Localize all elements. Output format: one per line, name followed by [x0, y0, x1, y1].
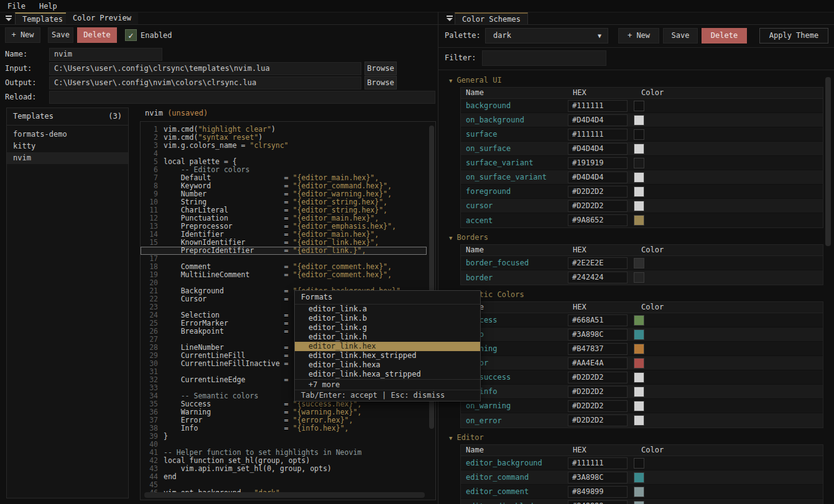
hex-value-input[interactable]: #D2D2D2 — [568, 400, 628, 412]
template-list-item[interactable]: nvim — [7, 152, 128, 164]
color-row[interactable]: surface#111111 — [461, 127, 823, 142]
color-row[interactable]: foreground#D2D2D2 — [461, 185, 823, 199]
template-list-item[interactable]: kitty — [7, 140, 128, 152]
color-row[interactable]: editor_comment#849899 — [461, 485, 823, 499]
input-path-input[interactable]: C:\Users\user\.config\clrsync\templates\… — [49, 62, 361, 75]
hex-value-input[interactable]: #191919 — [568, 157, 628, 169]
color-row[interactable]: on_surface#D4D4D4 — [461, 142, 823, 156]
autocomplete-item[interactable]: editor_link.hexa_stripped — [295, 370, 480, 379]
color-swatch[interactable] — [634, 186, 644, 197]
panel-collapse-icon[interactable] — [6, 16, 12, 22]
color-swatch[interactable] — [634, 329, 644, 340]
color-swatch[interactable] — [634, 129, 644, 140]
color-swatch[interactable] — [634, 201, 644, 211]
color-swatch[interactable] — [634, 458, 644, 469]
hex-value-input[interactable]: #D2D2D2 — [568, 415, 628, 426]
apply-theme-button[interactable]: Apply Theme — [759, 28, 828, 44]
code-line[interactable]: PreprocIdentifier = "{editor_link.}", — [141, 247, 427, 255]
color-filter-input[interactable]: Search colors... — [482, 50, 606, 66]
hex-value-input[interactable]: #D2D2D2 — [568, 372, 628, 383]
hex-value-input[interactable]: #AA4E4A — [568, 357, 628, 369]
hex-value-input[interactable]: #D2D2D2 — [568, 186, 628, 198]
color-swatch[interactable] — [634, 372, 644, 383]
color-row[interactable]: cursor#D2D2D2 — [461, 199, 823, 213]
hex-value-input[interactable]: #9A8652 — [568, 214, 628, 226]
autocomplete-item[interactable]: editor_link.b — [295, 314, 480, 323]
reload-command-input[interactable]: Command to reload app (optional)... — [49, 91, 435, 104]
output-path-input[interactable]: C:\Users\user\.config\nvim\colors\clrsyn… — [49, 76, 361, 89]
section-header[interactable]: ▼General UI — [449, 75, 834, 85]
code-line[interactable]: 39} — [141, 433, 435, 441]
tab-templates[interactable]: Templates — [15, 12, 70, 24]
color-swatch[interactable] — [634, 172, 644, 183]
color-swatch[interactable] — [634, 487, 644, 497]
color-row[interactable]: on_error#D2D2D2 — [461, 413, 823, 428]
color-swatch[interactable] — [634, 387, 644, 397]
color-swatch[interactable] — [634, 158, 644, 168]
right-panel-scrollbar[interactable] — [825, 77, 831, 246]
template-list-item[interactable]: formats-demo — [7, 129, 128, 140]
autocomplete-item[interactable]: editor_link.hex — [295, 342, 480, 351]
delete-palette-button[interactable]: Delete — [702, 28, 747, 44]
hex-value-input[interactable]: #D4D4D4 — [568, 114, 628, 126]
hex-value-input[interactable]: #668A51 — [568, 314, 628, 326]
tab-color-preview[interactable]: Color Preview — [66, 12, 138, 24]
color-swatch[interactable] — [634, 115, 644, 126]
color-row[interactable]: info#3A898C — [461, 328, 823, 342]
color-row[interactable]: warning#B47837 — [461, 342, 823, 356]
color-row[interactable]: success#668A51 — [461, 313, 823, 328]
color-row[interactable]: border#242424 — [461, 270, 823, 285]
color-row[interactable]: editor_background#111111 — [461, 456, 823, 470]
color-swatch[interactable] — [634, 215, 644, 226]
code-line[interactable]: 3vim.g.colors_name = "clrsync" — [141, 142, 435, 150]
section-collapse-icon[interactable]: ▼ — [449, 78, 452, 84]
code-line[interactable]: 43 vim.api.nvim_set_hl(0, group, opts) — [141, 465, 435, 473]
panel-collapse-icon[interactable] — [447, 16, 453, 22]
hex-value-input[interactable]: #849899 — [568, 500, 628, 504]
autocomplete-item[interactable]: editor_link.g — [295, 323, 480, 332]
color-row[interactable]: on_success#D2D2D2 — [461, 370, 823, 385]
section-header[interactable]: ▼Editor — [449, 433, 834, 442]
save-palette-button[interactable]: Save — [663, 28, 698, 44]
hex-value-input[interactable]: #B47837 — [568, 343, 628, 355]
color-swatch[interactable] — [634, 415, 644, 426]
color-swatch[interactable] — [634, 501, 644, 504]
autocomplete-item[interactable]: editor_link.a — [295, 305, 480, 314]
color-row[interactable]: background#111111 — [461, 99, 823, 113]
hex-value-input[interactable]: #242424 — [568, 272, 628, 283]
enabled-checkbox[interactable]: ✓ — [125, 29, 137, 41]
autocomplete-item[interactable]: editor_link.h — [295, 332, 480, 342]
hex-value-input[interactable]: #111111 — [568, 100, 628, 112]
input-browse-button[interactable]: Browse — [364, 62, 397, 75]
color-row[interactable]: editor_disabled#849899 — [461, 499, 823, 504]
color-swatch[interactable] — [634, 101, 644, 111]
hex-value-input[interactable]: #3A898C — [568, 472, 628, 483]
code-line[interactable]: 19 MultiLineComment = "{editor_comment.h… — [141, 271, 435, 279]
editor-horizontal-scrollbar[interactable] — [144, 492, 425, 498]
delete-template-button[interactable]: Delete — [77, 27, 117, 43]
menu-help[interactable]: Help — [39, 2, 57, 11]
color-swatch[interactable] — [634, 258, 644, 268]
tab-color-schemes[interactable]: Color Schemes — [455, 12, 528, 24]
color-row[interactable]: on_info#D2D2D2 — [461, 385, 823, 399]
color-row[interactable]: on_background#D4D4D4 — [461, 113, 823, 127]
hex-value-input[interactable]: #D4D4D4 — [568, 172, 628, 183]
color-swatch[interactable] — [634, 144, 644, 154]
color-row[interactable]: surface_variant#191919 — [461, 156, 823, 170]
color-swatch[interactable] — [634, 315, 644, 326]
code-line[interactable]: 38 Info = "{info.hex}", — [141, 424, 435, 433]
color-row[interactable]: border_focused#2E2E2E — [461, 256, 823, 270]
color-row[interactable]: on_surface_variant#D4D4D4 — [461, 170, 823, 185]
menu-file[interactable]: File — [7, 2, 25, 11]
hex-value-input[interactable]: #849899 — [568, 486, 628, 498]
color-swatch[interactable] — [634, 272, 644, 283]
section-collapse-icon[interactable]: ▼ — [449, 235, 452, 241]
autocomplete-item[interactable]: editor_link.hexa — [295, 360, 480, 370]
color-row[interactable]: accent#9A8652 — [461, 213, 823, 227]
color-swatch[interactable] — [634, 472, 644, 483]
color-swatch[interactable] — [634, 344, 644, 354]
code-line[interactable]: 44end — [141, 473, 435, 481]
hex-value-input[interactable]: #111111 — [568, 129, 628, 140]
new-template-button[interactable]: + New — [5, 27, 40, 43]
color-row[interactable]: on_warning#D2D2D2 — [461, 399, 823, 413]
